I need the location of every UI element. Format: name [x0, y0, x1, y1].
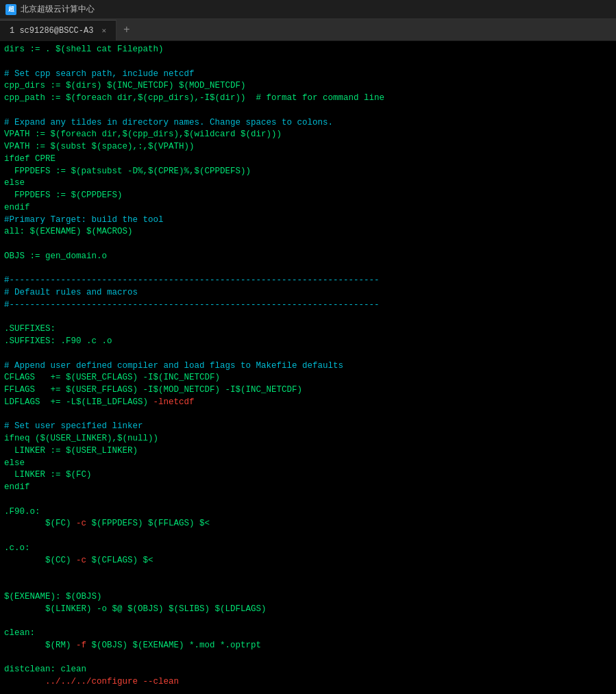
- terminal-line: # Expand any tildes in directory names. …: [4, 117, 612, 129]
- terminal-line: $(FC) -c $(FPPDEFS) $(FFLAGS) $<: [4, 518, 612, 530]
- terminal-line: VPATH := $(subst $(space),:,$(VPATH)): [4, 141, 612, 153]
- app-title: 北京超级云计算中心: [21, 3, 95, 15]
- terminal-line: FPPDEFS := $(patsubst -D%,$(CPRE)%,$(CPP…: [4, 166, 612, 178]
- terminal-line: all: $(EXENAME) $(MACROS): [4, 226, 612, 238]
- terminal-line: [4, 263, 612, 275]
- terminal-line: else: [4, 458, 612, 470]
- terminal-line: cpp_path := $(foreach dir,$(cpp_dirs),-I…: [4, 92, 612, 105]
- app-logo: 超 北京超级云计算中心: [5, 3, 95, 15]
- terminal-line: cpp_dirs := $(dirs) $(INC_NETCDF) $(MOD_…: [4, 80, 612, 92]
- tab-label: 1 sc91286@BSCC-A3: [10, 26, 93, 36]
- terminal-line: .SUFFIXES:: [4, 323, 612, 336]
- tab-1[interactable]: 1 sc91286@BSCC-A3 ✕: [0, 20, 116, 40]
- terminal-line: clean:: [4, 628, 612, 640]
- terminal-line: [4, 567, 612, 579]
- terminal-line: endif: [4, 482, 612, 494]
- tab-bar: 1 sc91286@BSCC-A3 ✕ +: [0, 19, 616, 41]
- terminal-line: $(RM) -f $(OBJS) $(EXENAME) *.mod *.optr…: [4, 640, 612, 652]
- terminal-line: # Default rules and macros: [4, 287, 612, 299]
- terminal-line: dirs := . $(shell cat Filepath): [4, 44, 612, 56]
- logo-icon: 超: [5, 4, 16, 15]
- terminal-line: [4, 530, 612, 543]
- terminal-line: else: [4, 177, 612, 190]
- terminal-line: # Set cpp search path, include netcdf: [4, 69, 612, 81]
- terminal-line: .SUFFIXES: .F90 .c .o: [4, 336, 612, 348]
- terminal-line: #---------------------------------------…: [4, 275, 612, 287]
- tab-close-button[interactable]: ✕: [101, 26, 106, 35]
- terminal-line: ifneq ($(USER_LINKER),$(null)): [4, 433, 612, 445]
- terminal-line: [4, 615, 612, 628]
- terminal-line: [4, 579, 612, 591]
- terminal-line: LDFLAGS += -L$(LIB_LDFLAGS) -lnetcdf: [4, 397, 612, 409]
- terminal-line: OBJS := gen_domain.o: [4, 251, 612, 263]
- terminal-line: FPPDEFS := $(CPPDEFS): [4, 190, 612, 202]
- terminal-line: $(CC) -c $(CFLAGS) $<: [4, 555, 612, 567]
- terminal-line: $(LINKER) -o $@ $(OBJS) $(SLIBS) $(LDFLA…: [4, 604, 612, 616]
- terminal-line: $(EXENAME): $(OBJS): [4, 591, 612, 604]
- terminal-line: #---------------------------------------…: [4, 299, 612, 312]
- terminal-line: LINKER := $(FC): [4, 469, 612, 482]
- terminal-line: ../../../configure --clean: [4, 676, 612, 689]
- terminal-line: .c.o:: [4, 543, 612, 555]
- terminal-line: [4, 238, 612, 251]
- terminal-line: endif: [4, 202, 612, 214]
- terminal-line: # Append user defined compiler and load …: [4, 360, 612, 373]
- terminal-line: [4, 105, 612, 117]
- terminal-line: # Set user specified linker: [4, 421, 612, 433]
- terminal-content[interactable]: dirs := . $(shell cat Filepath) # Set cp…: [0, 41, 616, 694]
- new-tab-button[interactable]: +: [116, 20, 137, 40]
- terminal-line: #Primary Target: build the tool: [4, 214, 612, 227]
- terminal-line: LINKER := $(USER_LINKER): [4, 445, 612, 458]
- terminal-line: [4, 689, 612, 694]
- terminal-line: FFLAGS += $(USER_FFLAGS) -I$(MOD_NETCDF)…: [4, 384, 612, 397]
- terminal-line: VPATH := $(foreach dir,$(cpp_dirs),$(wil…: [4, 129, 612, 141]
- terminal-line: [4, 409, 612, 421]
- terminal-line: .F90.o:: [4, 506, 612, 519]
- terminal-line: ifdef CPRE: [4, 153, 612, 166]
- terminal-line: [4, 652, 612, 665]
- terminal-line: [4, 312, 612, 324]
- terminal-line: CFLAGS += $(USER_CFLAGS) -I$(INC_NETCDF): [4, 372, 612, 384]
- terminal-line: [4, 348, 612, 360]
- title-bar: 超 北京超级云计算中心: [0, 0, 616, 19]
- terminal-line: [4, 56, 612, 69]
- terminal-line: distclean: clean: [4, 664, 612, 676]
- terminal-line: [4, 494, 612, 506]
